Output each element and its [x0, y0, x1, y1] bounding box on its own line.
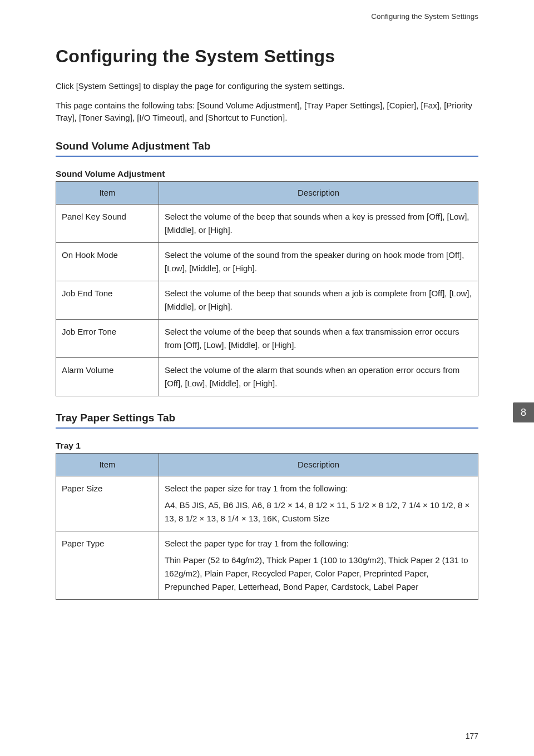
desc-text: Select the paper type for tray 1 from th…	[165, 537, 472, 550]
desc-text: Select the paper size for tray 1 from th…	[165, 482, 472, 495]
section-tray-paper: Tray Paper Settings Tab Tray 1 Item Desc…	[56, 412, 478, 600]
desc-cell: Select the volume of the beep that sound…	[159, 204, 478, 242]
desc-text: Select the volume of the alarm that soun…	[165, 364, 472, 390]
table-row: Job End Tone Select the volume of the be…	[56, 281, 478, 319]
table-row: Alarm Volume Select the volume of the al…	[56, 357, 478, 396]
item-cell: Job Error Tone	[56, 319, 159, 357]
table-caption: Sound Volume Adjustment	[56, 169, 478, 179]
table-header-row: Item Description	[56, 181, 478, 204]
intro-paragraph: This page contains the following tabs: […	[56, 100, 478, 125]
desc-cell: Select the volume of the alarm that soun…	[159, 357, 478, 396]
section-title: Tray Paper Settings Tab	[56, 412, 478, 429]
page-number: 177	[466, 732, 478, 740]
section-sound-volume: Sound Volume Adjustment Tab Sound Volume…	[56, 140, 478, 396]
item-cell: Panel Key Sound	[56, 204, 159, 242]
item-cell: Alarm Volume	[56, 357, 159, 396]
table-sound-volume: Item Description Panel Key Sound Select …	[56, 181, 478, 396]
desc-cell: Select the volume of the sound from the …	[159, 242, 478, 281]
desc-cell: Select the paper size for tray 1 from th…	[159, 476, 478, 531]
running-head: Configuring the System Settings	[56, 12, 478, 21]
table-row: Paper Size Select the paper size for tra…	[56, 476, 478, 531]
table-row: Panel Key Sound Select the volume of the…	[56, 204, 478, 242]
intro-paragraph: Click [System Settings] to display the p…	[56, 80, 478, 93]
desc-text: Select the volume of the beep that sound…	[165, 210, 472, 237]
desc-text: A4, B5 JIS, A5, B6 JIS, A6, 8 1/2 × 14, …	[165, 499, 472, 525]
table-row: Paper Type Select the paper type for tra…	[56, 531, 478, 599]
page-title: Configuring the System Settings	[56, 46, 478, 67]
table-header-item: Item	[56, 181, 159, 204]
desc-cell: Select the paper type for tray 1 from th…	[159, 531, 478, 599]
table-caption: Tray 1	[56, 441, 478, 451]
desc-cell: Select the volume of the beep that sound…	[159, 281, 478, 319]
item-cell: On Hook Mode	[56, 242, 159, 281]
item-cell: Paper Size	[56, 476, 159, 531]
table-header-description: Description	[159, 181, 478, 204]
chapter-tab: 8	[513, 402, 534, 422]
table-header-description: Description	[159, 453, 478, 476]
desc-text: Select the volume of the sound from the …	[165, 248, 472, 275]
desc-text: Select the volume of the beep that sound…	[165, 325, 472, 352]
table-row: On Hook Mode Select the volume of the so…	[56, 242, 478, 281]
section-title: Sound Volume Adjustment Tab	[56, 140, 478, 157]
desc-text: Thin Paper (52 to 64g/m2), Thick Paper 1…	[165, 554, 472, 594]
desc-text: Select the volume of the beep that sound…	[165, 287, 472, 314]
table-header-item: Item	[56, 453, 159, 476]
item-cell: Job End Tone	[56, 281, 159, 319]
table-row: Job Error Tone Select the volume of the …	[56, 319, 478, 357]
table-tray1: Item Description Paper Size Select the p…	[56, 453, 478, 600]
page: Configuring the System Settings Configur…	[0, 0, 534, 756]
item-cell: Paper Type	[56, 531, 159, 599]
desc-cell: Select the volume of the beep that sound…	[159, 319, 478, 357]
table-header-row: Item Description	[56, 453, 478, 476]
